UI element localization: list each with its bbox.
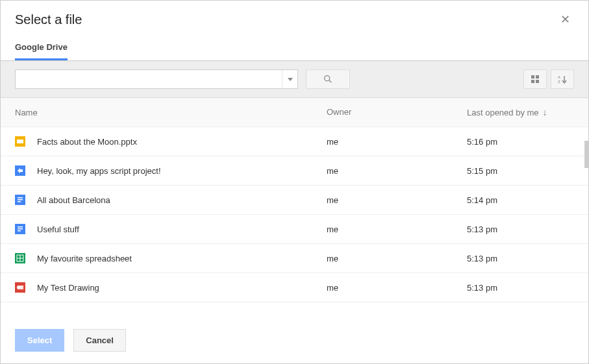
svg-rect-13: [18, 197, 23, 199]
file-name-cell: Useful stuff: [15, 224, 327, 234]
table-row[interactable]: All about Barceloname5:14 pm: [1, 186, 588, 215]
search-icon: [323, 74, 333, 84]
svg-text:Z: Z: [558, 80, 560, 84]
file-type-icon: [15, 282, 37, 293]
file-opened: 5:15 pm: [467, 166, 574, 176]
tab-google-drive[interactable]: Google Drive: [15, 36, 68, 60]
file-owner: me: [327, 224, 467, 234]
table-header: Name Owner Last opened by me ↓: [1, 98, 588, 127]
search-box: [15, 69, 298, 89]
file-picker-dialog: Select a file ✕ Google Drive: [0, 0, 589, 364]
cancel-button[interactable]: Cancel: [73, 329, 126, 352]
file-name: My favourite spreadsheet: [37, 254, 132, 263]
file-owner: me: [327, 137, 467, 147]
file-owner: me: [327, 195, 467, 205]
col-header-opened[interactable]: Last opened by me ↓: [467, 107, 574, 117]
search-button[interactable]: [306, 69, 350, 89]
svg-text:A: A: [558, 75, 560, 79]
file-opened: 5:14 pm: [467, 195, 574, 205]
file-name: My Test Drawing: [37, 283, 99, 293]
file-name-cell: My Test Drawing: [15, 282, 327, 293]
svg-rect-4: [531, 80, 534, 83]
file-type-icon: [15, 195, 37, 205]
file-opened: 5:13 pm: [467, 254, 574, 263]
arrow-down-icon: ↓: [543, 107, 547, 117]
toolbar-left: [15, 69, 350, 89]
footer: Select Cancel: [1, 320, 588, 363]
file-type-icon: [15, 136, 37, 147]
svg-rect-10: [17, 140, 23, 143]
svg-rect-3: [536, 75, 539, 79]
sort-az-icon: A Z: [558, 75, 567, 84]
toolbar: A Z: [1, 61, 588, 98]
file-owner: me: [327, 166, 467, 176]
file-name: Facts about the Moon.pptx: [37, 137, 137, 147]
svg-rect-17: [18, 226, 23, 228]
table-row[interactable]: Hey, look, my apps script project!me5:15…: [1, 156, 588, 186]
svg-rect-26: [20, 285, 23, 289]
sort-button[interactable]: A Z: [551, 69, 574, 89]
file-type-icon: [15, 165, 37, 176]
file-name: All about Barcelona: [37, 195, 110, 205]
file-name: Useful stuff: [37, 224, 79, 234]
svg-rect-2: [531, 75, 534, 79]
grid-icon: [531, 75, 540, 84]
content: Name Owner Last opened by me ↓ Facts abo…: [1, 98, 588, 320]
file-opened: 5:16 pm: [467, 137, 574, 147]
svg-point-0: [325, 76, 330, 81]
col-header-opened-label: Last opened by me: [467, 108, 539, 117]
search-dropdown-button[interactable]: [282, 70, 297, 88]
scrollbar-thumb[interactable]: [584, 141, 588, 168]
file-name-cell: All about Barcelona: [15, 195, 327, 205]
file-name-cell: My favourite spreadsheet: [15, 253, 327, 263]
toolbar-right: A Z: [523, 69, 574, 89]
col-header-name[interactable]: Name: [15, 107, 327, 117]
tabs: Google Drive: [1, 36, 588, 61]
close-icon: ✕: [560, 13, 570, 26]
svg-rect-14: [18, 199, 23, 200]
caret-down-icon: [288, 78, 293, 81]
table-row[interactable]: Facts about the Moon.pptxme5:16 pm: [1, 127, 588, 156]
file-opened: 5:13 pm: [467, 224, 574, 234]
file-name-cell: Hey, look, my apps script project!: [15, 165, 327, 176]
file-owner: me: [327, 283, 467, 293]
col-header-owner[interactable]: Owner: [327, 107, 467, 117]
file-name-cell: Facts about the Moon.pptx: [15, 136, 327, 147]
select-button[interactable]: Select: [15, 329, 64, 352]
file-type-icon: [15, 253, 37, 263]
table-row[interactable]: My favourite spreadsheetme5:13 pm: [1, 244, 588, 273]
file-type-icon: [15, 224, 37, 234]
grid-view-button[interactable]: [523, 69, 547, 89]
file-list[interactable]: Facts about the Moon.pptxme5:16 pmHey, l…: [1, 127, 588, 320]
file-owner: me: [327, 254, 467, 263]
table-row[interactable]: My Test Drawingme5:13 pm: [1, 273, 588, 302]
svg-rect-5: [536, 80, 539, 83]
file-name: Hey, look, my apps script project!: [37, 166, 161, 176]
file-opened: 5:13 pm: [467, 283, 574, 293]
svg-rect-15: [18, 201, 21, 202]
table-row[interactable]: Useful stuffme5:13 pm: [1, 215, 588, 244]
svg-rect-18: [18, 228, 23, 230]
dialog-header: Select a file ✕: [1, 1, 588, 36]
search-input[interactable]: [16, 70, 282, 88]
svg-rect-19: [18, 230, 21, 232]
svg-line-1: [329, 80, 331, 82]
close-button[interactable]: ✕: [557, 10, 574, 29]
dialog-title: Select a file: [15, 12, 82, 27]
